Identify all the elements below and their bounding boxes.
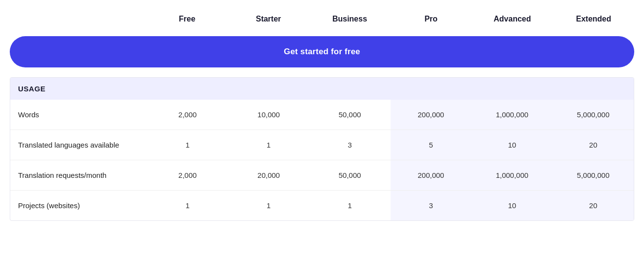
feature-requests-starter: 20,000	[228, 160, 309, 190]
feature-words-label: Words	[10, 100, 147, 129]
feature-languages-label: Translated languages available	[10, 130, 147, 160]
header-empty	[10, 10, 146, 28]
get-started-button[interactable]: Get started for free	[10, 36, 634, 67]
feature-projects-advanced: 10	[472, 191, 553, 220]
feature-languages-starter: 1	[228, 130, 309, 160]
feature-words-extended: 5,000,000	[553, 100, 634, 129]
feature-projects-extended: 20	[553, 191, 634, 220]
feature-languages-extended: 20	[553, 130, 634, 160]
pricing-container: Free Starter Business Pro Advanced Exten…	[0, 0, 644, 236]
feature-requests-label: Translation requests/month	[10, 160, 147, 190]
table-row: Projects (websites) 1 1 1 3 10 20	[10, 191, 634, 220]
header-extended: Extended	[553, 10, 635, 28]
feature-words-free: 2,000	[147, 100, 228, 129]
feature-words-business: 50,000	[309, 100, 390, 129]
feature-projects-business: 1	[309, 191, 390, 220]
header-pro: Pro	[391, 10, 472, 28]
feature-languages-free: 1	[147, 130, 228, 160]
feature-languages-business: 3	[309, 130, 390, 160]
feature-words-pro: 200,000	[391, 100, 472, 129]
column-headers: Free Starter Business Pro Advanced Exten…	[10, 10, 634, 28]
feature-projects-pro: 3	[391, 191, 472, 220]
header-starter: Starter	[228, 10, 310, 28]
section-usage-header: USAGE	[10, 78, 634, 100]
section-usage-label: USAGE	[18, 85, 626, 93]
feature-words-advanced: 1,000,000	[472, 100, 553, 129]
feature-projects-starter: 1	[228, 191, 309, 220]
feature-words-starter: 10,000	[228, 100, 309, 129]
cta-row: Get started for free	[10, 36, 634, 67]
feature-languages-pro: 5	[391, 130, 472, 160]
feature-languages-advanced: 10	[472, 130, 553, 160]
feature-requests-extended: 5,000,000	[553, 160, 634, 190]
table-row: Translated languages available 1 1 3 5 1…	[10, 130, 634, 160]
feature-requests-business: 50,000	[309, 160, 390, 190]
header-advanced: Advanced	[472, 10, 553, 28]
features-table: USAGE Words 2,000 10,000 50,000 200,000 …	[10, 77, 634, 221]
feature-projects-label: Projects (websites)	[10, 191, 147, 220]
feature-requests-pro: 200,000	[391, 160, 472, 190]
table-row: Words 2,000 10,000 50,000 200,000 1,000,…	[10, 100, 634, 130]
header-free: Free	[146, 10, 228, 28]
table-row: Translation requests/month 2,000 20,000 …	[10, 160, 634, 191]
header-business: Business	[309, 10, 391, 28]
feature-requests-advanced: 1,000,000	[472, 160, 553, 190]
feature-requests-free: 2,000	[147, 160, 228, 190]
feature-projects-free: 1	[147, 191, 228, 220]
